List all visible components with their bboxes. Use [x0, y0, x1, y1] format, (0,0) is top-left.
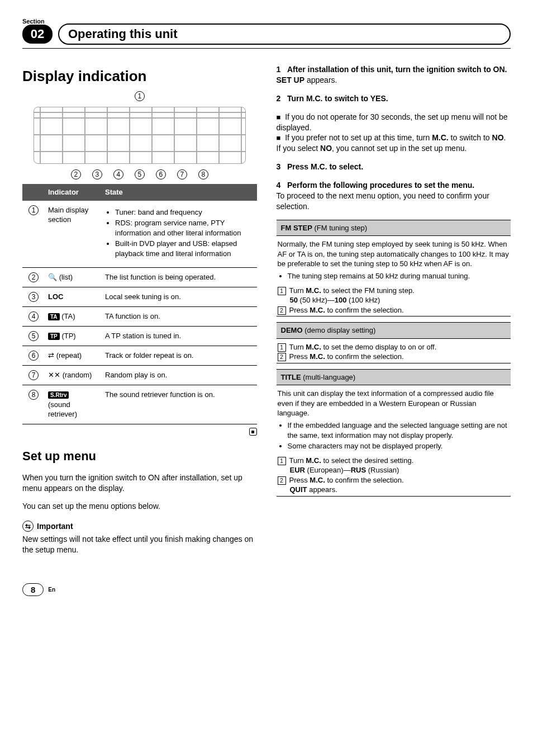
- state-bullet: Tuner: band and frequency: [115, 207, 254, 218]
- chapter-title: Operating this unit: [58, 23, 511, 45]
- no-bold: NO: [320, 144, 332, 153]
- srtrv-tag-icon: S.Rtrv: [48, 391, 69, 399]
- callout-3: 3: [92, 169, 102, 179]
- callout-2: 2: [71, 169, 81, 179]
- setting-description: This unit can display the text informati…: [278, 389, 510, 418]
- step-after-rest: , you cannot set up in the set up menu.: [332, 144, 467, 153]
- repeat-icon: ⇄: [48, 351, 54, 360]
- important-label: Important: [37, 521, 73, 532]
- setting-body-demo: 1Turn M.C. to set the demo display to on…: [277, 339, 511, 363]
- mc-bold: M.C.: [306, 456, 321, 465]
- page-footer: 8 En: [22, 583, 511, 596]
- row-state: The sound retriever function is on.: [102, 385, 257, 424]
- setting-header-title: TITLE (multi-language): [277, 369, 511, 386]
- row-num: 6: [28, 351, 39, 361]
- row-indicator-bold: LOC: [48, 292, 63, 301]
- row-state: Tuner: band and frequency RDS: program s…: [102, 201, 257, 268]
- row-num: 2: [28, 272, 39, 282]
- setup-paragraph-1: When you turn the ignition switch to ON …: [22, 472, 257, 494]
- mc-bold: M.C.: [306, 286, 321, 295]
- opt-rus-bold: RUS: [351, 466, 366, 474]
- row-indicator: Main display section: [45, 201, 102, 268]
- table-row: 4 TA (TA) TA function is on.: [22, 307, 257, 327]
- step-title: After installation of this unit, turn th…: [287, 65, 507, 74]
- mc-bold: M.C.: [310, 306, 325, 314]
- substep-text-pre: Turn: [289, 456, 306, 465]
- opt-dash: —: [327, 296, 335, 304]
- callout-6: 6: [156, 169, 166, 179]
- bullet-square-icon: ■: [277, 134, 281, 142]
- th-indicator: Indicator: [45, 184, 102, 201]
- substep-text-rest: to confirm the selection.: [325, 306, 404, 314]
- mc-bold: M.C.: [306, 343, 321, 351]
- mc-bold: M.C.: [310, 476, 325, 484]
- right-column: 1 After installation of this unit, turn …: [277, 56, 511, 555]
- ta-tag-icon: TA: [48, 313, 60, 320]
- step-title: Perform the following procedures to set …: [287, 181, 474, 190]
- state-bullet: RDS: program service name, PTY informati…: [115, 218, 254, 238]
- mc-bold: M.C.: [310, 352, 325, 361]
- step-bullet-end: .: [504, 133, 506, 142]
- step-number: 4: [277, 181, 281, 190]
- important-icon: ⇆: [22, 521, 34, 532]
- row-label: (repeat): [56, 351, 82, 360]
- opt-50-bold: 50: [290, 296, 298, 304]
- callout-7: 7: [177, 169, 187, 179]
- tp-tag-icon: TP: [48, 333, 60, 340]
- substep-text-pre: Press: [289, 306, 310, 314]
- setting-header-demo: DEMO (demo display setting): [277, 322, 511, 339]
- no-bold: NO: [492, 133, 504, 142]
- table-row: 6 ⇄ (repeat) Track or folder repeat is o…: [22, 346, 257, 366]
- row-label: (list): [59, 273, 73, 281]
- section-number-badge: 02: [22, 25, 53, 44]
- quit-rest: appears.: [307, 485, 337, 494]
- setting-title-rest: (multi-language): [303, 373, 355, 381]
- setting-title-bold: DEMO: [281, 326, 303, 334]
- language-code: En: [48, 587, 55, 593]
- opt-dash: —: [344, 466, 351, 474]
- th-blank: [22, 184, 45, 201]
- setting-bullet: The tuning step remains at 50 kHz during…: [288, 271, 510, 281]
- th-state: State: [102, 184, 257, 201]
- left-column: Display indication 1 2 3 4 5 6 7 8 Indic…: [22, 56, 257, 555]
- setting-body-title: This unit can display the text informati…: [277, 385, 511, 496]
- bullet-square-icon: ■: [277, 113, 281, 121]
- substep-2-icon: 2: [278, 353, 286, 361]
- setting-header-fmstep: FM STEP (FM tuning step): [277, 220, 511, 237]
- substep-text-rest: to set the demo display to on or off.: [321, 343, 436, 351]
- opt-rus-paren: (Russian): [368, 466, 399, 474]
- callout-5: 5: [135, 169, 145, 179]
- page-number: 8: [22, 583, 44, 596]
- table-row: 5 TP (TP) A TP station is tuned in.: [22, 327, 257, 346]
- setting-bullet: If the embedded language and the selecte…: [288, 420, 510, 440]
- substep-2-icon: 2: [278, 476, 286, 485]
- display-diagram: [34, 107, 246, 164]
- substep-text-rest: to select the FM tuning step.: [321, 286, 415, 295]
- opt-eur-paren: (European): [307, 466, 344, 474]
- quit-bold: QUIT: [290, 485, 307, 494]
- mc-bold: M.C.: [432, 133, 449, 142]
- step-after-pre: If you select: [277, 144, 321, 153]
- setting-title-rest: (FM tuning step): [314, 224, 367, 232]
- page-header: 02 Operating this unit: [22, 17, 511, 49]
- row-num: 8: [28, 390, 39, 400]
- table-row: 2 🔍 (list) The list function is being op…: [22, 268, 257, 287]
- opt-eur-bold: EUR: [290, 466, 305, 474]
- substep-text-rest: to select the desired setting.: [321, 456, 413, 465]
- table-row: 8 S.Rtrv(sound retriever) The sound retr…: [22, 385, 257, 424]
- step-title: Turn M.C. to switch to YES.: [287, 94, 388, 103]
- substep-text-rest: to confirm the selection.: [325, 476, 404, 484]
- setting-title-rest: (demo display setting): [304, 326, 375, 334]
- row-state: A TP station is tuned in.: [102, 327, 257, 346]
- table-row: 7 ✕✕ (random) Random play is on.: [22, 366, 257, 385]
- substep-2-icon: 2: [278, 306, 286, 315]
- state-bullet: Built-in DVD player and USB: elapsed pla…: [115, 239, 254, 258]
- substep-1-icon: 1: [278, 457, 286, 465]
- step-number: 3: [277, 162, 281, 171]
- row-num: 1: [28, 205, 39, 215]
- step-title: Press M.C. to select.: [287, 162, 363, 171]
- table-row: 1 Main display section Tuner: band and f…: [22, 201, 257, 268]
- row-num: 5: [28, 331, 39, 341]
- step-bullet: If you do not operate for 30 seconds, th…: [277, 112, 508, 132]
- substep-text-rest: to confirm the selection.: [325, 352, 404, 361]
